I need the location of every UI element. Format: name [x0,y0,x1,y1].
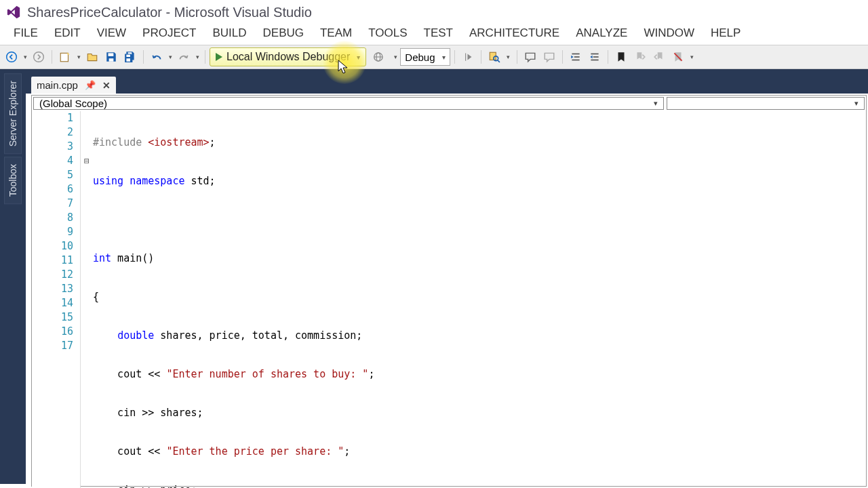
step-icon[interactable] [459,48,477,66]
menu-team[interactable]: TEAM [312,24,360,43]
pin-icon[interactable]: 📌 [85,80,96,90]
svg-rect-3 [108,53,114,56]
indent-icon[interactable] [567,48,585,66]
nav-forward-icon[interactable] [30,48,47,66]
new-project-icon[interactable] [56,48,74,66]
next-bookmark-icon[interactable] [650,48,668,66]
save-all-icon[interactable] [121,48,139,66]
solution-config-dropdown[interactable]: Debug [400,48,450,66]
comment-icon[interactable] [521,48,539,66]
menu-debug[interactable]: DEBUG [255,24,312,43]
menu-tools[interactable]: TOOLS [360,24,415,43]
menu-help[interactable]: HELP [703,24,749,43]
start-debugger-label: Local Windows Debugger [226,51,350,63]
bookmark-icon[interactable] [612,48,630,66]
window-title: SharesPriceCalculator - Microsoft Visual… [27,5,312,20]
save-icon[interactable] [102,48,120,66]
fold-gutter: ⊟ [81,111,93,488]
browser-dd-icon[interactable] [368,48,391,66]
uncomment-icon[interactable] [540,48,558,66]
menu-edit[interactable]: EDIT [46,24,89,43]
nav-back-icon[interactable] [3,48,20,66]
vs-logo-icon [5,4,22,20]
play-icon [216,53,222,61]
menu-analyze[interactable]: ANALYZE [568,24,635,43]
document-tab-label: main.cpp [37,79,78,91]
open-file-icon[interactable] [83,48,101,66]
menu-project[interactable]: PROJECT [134,24,204,43]
menu-window[interactable]: WINDOW [635,24,703,43]
svg-point-0 [7,52,17,62]
browser-dd[interactable] [392,54,399,60]
member-dropdown[interactable] [667,97,865,110]
menu-architecture[interactable]: ARCHITECTURE [461,24,568,43]
svg-rect-2 [60,53,68,61]
prev-bookmark-icon[interactable] [631,48,649,66]
code-view[interactable]: 123 456 789 101112 131415 1617 ⊟ #includ… [32,111,866,488]
svg-point-1 [34,52,44,62]
menu-view[interactable]: VIEW [89,24,134,43]
menu-bar: FILE EDIT VIEW PROJECT BUILD DEBUG TEAM … [0,24,868,45]
nav-back-dropdown[interactable] [22,54,28,60]
fold-toggle-icon[interactable]: ⊟ [81,154,93,168]
editor-area: (Global Scope) 123 456 789 101112 131415… [31,95,867,487]
redo-dropdown[interactable] [194,54,201,60]
toolbar: Local Windows Debugger Debug [0,45,868,69]
line-number-gutter: 123 456 789 101112 131415 1617 [32,111,81,488]
start-debugger-button[interactable]: Local Windows Debugger [210,47,366,66]
svg-rect-6 [126,55,130,57]
menu-test[interactable]: TEST [416,24,461,43]
new-project-dropdown[interactable] [75,54,82,60]
menu-file[interactable]: FILE [5,24,46,43]
toolbar-overflow-2[interactable] [688,54,696,60]
sidebar-tab-toolbox[interactable]: Toolbox [4,157,22,204]
svg-line-13 [497,60,499,62]
tab-strip: main.cpp 📌 ✕ [0,69,868,94]
svg-rect-4 [109,58,114,62]
scope-bar: (Global Scope) [32,96,866,111]
scope-dropdown[interactable]: (Global Scope) [33,97,664,110]
redo-icon[interactable] [175,48,193,66]
solution-config-value: Debug [405,52,435,63]
sidebar-tab-server-explorer[interactable]: Server Explorer [4,73,22,154]
document-tab[interactable]: main.cpp 📌 ✕ [31,77,116,94]
clear-bookmark-icon[interactable] [669,48,687,66]
svg-rect-7 [126,58,130,62]
title-bar: SharesPriceCalculator - Microsoft Visual… [0,0,868,24]
menu-build[interactable]: BUILD [204,24,254,43]
undo-dropdown[interactable] [167,54,174,60]
close-icon[interactable]: ✕ [102,80,111,91]
undo-icon[interactable] [148,48,165,66]
toolbar-overflow[interactable] [505,54,513,60]
scope-value: (Global Scope) [39,98,107,109]
find-icon[interactable] [486,48,503,66]
outdent-icon[interactable] [586,48,604,66]
code-text[interactable]: #include <iostream>; using namespace std… [93,111,866,488]
side-tab-well: Server Explorer Toolbox [0,70,26,484]
